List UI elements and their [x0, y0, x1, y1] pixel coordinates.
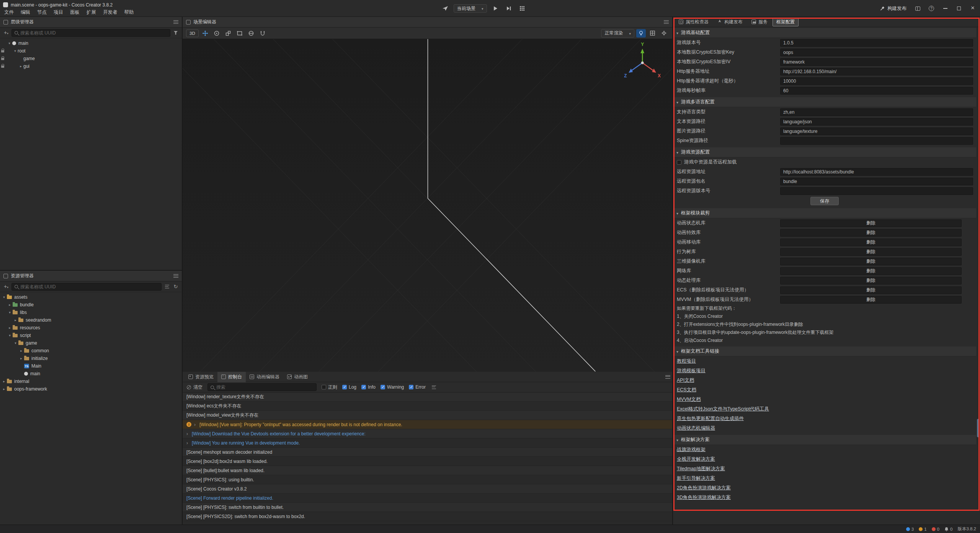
- solution-link[interactable]: 全栈开发解决方案: [677, 456, 715, 463]
- asset-node-row[interactable]: ▾ assets: [0, 293, 182, 301]
- asset-node-row[interactable]: main: [0, 370, 182, 378]
- filter-checkbox[interactable]: [342, 385, 347, 389]
- expand-arrow-icon[interactable]: ▸: [18, 64, 23, 68]
- notification-count[interactable]: 0: [944, 527, 952, 531]
- console-tab[interactable]: 动画编辑器: [246, 372, 283, 382]
- console-tab[interactable]: 资源预览: [185, 372, 217, 382]
- close-button[interactable]: [967, 3, 978, 14]
- scene-grid-toggle[interactable]: [648, 29, 657, 38]
- asset-node-row[interactable]: ▸ seedrandom: [0, 316, 182, 324]
- solution-link[interactable]: 新手引导解决方案: [677, 475, 715, 482]
- doc-link[interactable]: 原生包热更新配置自动生成插件: [677, 415, 744, 422]
- scrollbar-thumb[interactable]: [977, 419, 980, 437]
- scene-settings-button[interactable]: [659, 29, 669, 38]
- hierarchy-node-row[interactable]: ▾ root: [0, 47, 182, 55]
- expand-chevron-icon[interactable]: [194, 422, 199, 427]
- play-button[interactable]: [490, 4, 500, 13]
- doc-link[interactable]: API文档: [677, 377, 694, 384]
- asset-node-row[interactable]: ▾ game: [0, 339, 182, 347]
- console-log-row[interactable]: [Scene] [PHYSICS]: switch from builtin t…: [183, 503, 672, 512]
- section-header[interactable]: 框架模块裁剪: [673, 208, 976, 218]
- solution-link[interactable]: Tiledmap地图解决方案: [677, 466, 725, 472]
- log-filter-toggle[interactable]: Error: [409, 384, 426, 390]
- expand-arrow-icon[interactable]: ▸: [2, 379, 7, 383]
- property-input[interactable]: [780, 178, 973, 185]
- expand-arrow-icon[interactable]: ▾: [13, 341, 18, 345]
- property-input[interactable]: [780, 87, 973, 95]
- render-mode-select[interactable]: 正常渲染: [601, 29, 634, 38]
- build-publish-button[interactable]: 构建发布: [876, 3, 910, 13]
- asset-node-row[interactable]: ▸ bundle: [0, 301, 182, 309]
- console-log-row[interactable]: [Window] render_texture文件夹不存在: [183, 392, 672, 402]
- asset-node-row[interactable]: ▸ oops-framework: [0, 385, 182, 393]
- console-log-row[interactable]: [Window] ecs文件夹不存在: [183, 402, 672, 411]
- regex-checkbox[interactable]: [322, 385, 326, 389]
- console-clear-button[interactable]: 清空: [187, 384, 203, 391]
- inspector-tab[interactable]: 服务: [748, 18, 771, 26]
- property-input[interactable]: [780, 108, 973, 116]
- expand-arrow-icon[interactable]: ▾: [7, 311, 12, 314]
- log-filter-toggle[interactable]: Warning: [381, 384, 404, 390]
- expand-arrow-icon[interactable]: ▸: [19, 349, 24, 353]
- console-tab[interactable]: 控制台: [217, 372, 246, 382]
- expand-arrow-icon[interactable]: ▾: [2, 295, 7, 299]
- property-input[interactable]: [780, 58, 973, 66]
- asset-node-row[interactable]: ▸ initialize: [0, 355, 182, 362]
- log-filter-toggle[interactable]: Info: [361, 384, 376, 390]
- module-delete-button[interactable]: 删除: [780, 258, 962, 265]
- log-filter-toggle[interactable]: Log: [342, 384, 356, 390]
- section-header[interactable]: 游戏资源配置: [673, 147, 976, 157]
- module-delete-button[interactable]: 删除: [780, 267, 962, 275]
- filter-checkbox[interactable]: [409, 385, 413, 389]
- expand-arrow-icon[interactable]: ▸: [7, 326, 12, 330]
- hierarchy-filter-button[interactable]: [172, 29, 179, 37]
- asset-node-row[interactable]: ▸ resources: [0, 324, 182, 332]
- menu-item[interactable]: 扩展: [83, 8, 100, 16]
- doc-link[interactable]: MVVM文档: [677, 396, 701, 403]
- gizmo-space-button[interactable]: [247, 29, 256, 38]
- section-header[interactable]: 游戏多语言配置: [673, 97, 976, 107]
- doc-link[interactable]: 动画状态机编辑器: [677, 425, 715, 432]
- expand-arrow-icon[interactable]: ▾: [7, 41, 12, 45]
- panel-menu-icon[interactable]: [173, 274, 178, 278]
- lock-icon[interactable]: [1, 58, 4, 60]
- hierarchy-node-row[interactable]: ▾ main: [0, 39, 182, 47]
- lock-icon[interactable]: [1, 65, 4, 68]
- expand-arrow-icon[interactable]: ▾: [7, 334, 12, 337]
- expand-arrow-icon[interactable]: ▸: [13, 318, 18, 322]
- property-input[interactable]: [780, 68, 973, 75]
- inspector-tab[interactable]: 框架配置: [773, 18, 799, 26]
- console-search-input[interactable]: [216, 384, 314, 390]
- doc-link[interactable]: Excel格式转Json文件与TypeScript代码工具: [677, 406, 769, 412]
- menu-item[interactable]: 节点: [34, 8, 50, 16]
- expand-arrow-icon[interactable]: ▾: [13, 49, 18, 53]
- translate-tool-button[interactable]: [201, 29, 210, 38]
- property-input[interactable]: [780, 39, 973, 47]
- console-tab[interactable]: 动画图: [283, 372, 312, 382]
- menu-item[interactable]: 开发者: [100, 8, 121, 16]
- inspector-tab[interactable]: 属性检查器: [675, 18, 712, 26]
- assets-search-input[interactable]: [20, 284, 158, 289]
- panel-menu-icon[interactable]: [664, 20, 669, 24]
- warning-count[interactable]: 1: [919, 527, 926, 531]
- menu-item[interactable]: 帮助: [121, 8, 137, 16]
- property-input[interactable]: [780, 118, 973, 126]
- solution-link[interactable]: 2D角色扮演游戏解决方案: [677, 485, 731, 491]
- error-count[interactable]: 0: [932, 527, 939, 531]
- console-log-row[interactable]: [Scene] Cocos Creator v3.8.2: [183, 484, 672, 494]
- module-delete-button[interactable]: 删除: [780, 239, 962, 246]
- console-log-row[interactable]: [Scene] Forward render pipeline initiali…: [183, 494, 672, 503]
- menu-item[interactable]: 编辑: [17, 8, 34, 16]
- snap-tool-button[interactable]: [258, 29, 268, 38]
- module-delete-button[interactable]: 删除: [780, 277, 962, 284]
- panel-menu-icon[interactable]: [665, 375, 670, 379]
- doc-link[interactable]: ECS文档: [677, 387, 696, 393]
- step-button[interactable]: [504, 4, 514, 13]
- console-log-row[interactable]: [Scene] [PHYSICS2D]: switch from box2d-w…: [183, 512, 672, 521]
- console-log-row[interactable]: [Window] model_view文件夹不存在: [183, 411, 672, 420]
- help-button[interactable]: [926, 3, 937, 14]
- module-delete-button[interactable]: 删除: [780, 229, 962, 237]
- menu-item[interactable]: 项目: [50, 8, 67, 16]
- asset-node-row[interactable]: ▸ internal: [0, 378, 182, 385]
- console-log-row[interactable]: [Window] [Vue warn]: Property "onInput" …: [183, 420, 672, 429]
